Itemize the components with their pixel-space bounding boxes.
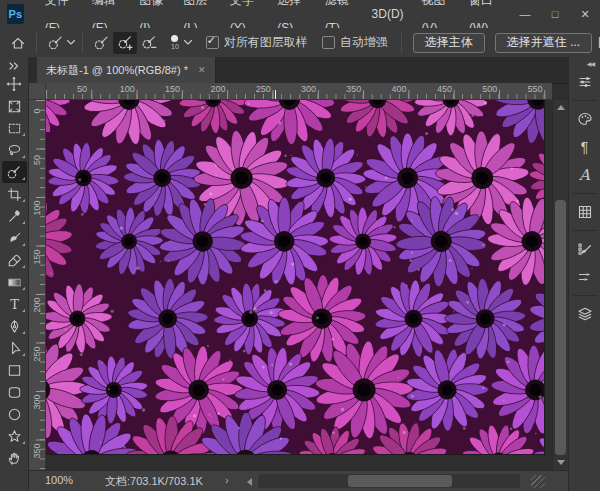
document-tab-title: 未标题-1 @ 100%(RGB/8#) *	[46, 63, 188, 78]
chevron-down-icon	[183, 39, 193, 46]
hruler-label: 50	[77, 84, 87, 94]
hruler-label: 350	[346, 84, 361, 94]
brush-settings-panel-button[interactable]	[571, 236, 599, 262]
vertical-scrollbar[interactable]	[552, 100, 568, 470]
auto-enhance-checkbox[interactable]: 自动增强	[322, 34, 388, 51]
eraser-tool[interactable]	[2, 249, 27, 271]
chevron-down-icon	[66, 39, 76, 46]
subtract-from-selection-mode-button[interactable]	[137, 32, 161, 54]
status-bar: 100% 文档:703.1K/703.1K ›	[29, 470, 568, 491]
menu-3d[interactable]: 3D(D)	[363, 0, 413, 28]
frame-tool[interactable]	[2, 95, 27, 117]
direct-selection-tool[interactable]	[2, 337, 27, 359]
move-tool-icon	[6, 76, 22, 92]
new-selection-mode-button[interactable]	[89, 32, 113, 54]
vruler-label: 150	[32, 248, 42, 265]
color-panel-button[interactable]	[571, 106, 599, 132]
canvas-image[interactable]	[46, 100, 545, 455]
paragraph-panel-icon: ¶	[581, 140, 589, 154]
type-tool-icon: T	[7, 297, 22, 312]
paragraph-panel-button[interactable]: ¶	[571, 134, 599, 160]
lasso-tool-icon	[7, 143, 22, 158]
expand-toolbar-icon[interactable]	[2, 59, 27, 73]
hruler-label: 100	[120, 84, 135, 94]
vruler-label: 250	[32, 345, 42, 362]
document-window: 50100150200250300350400450500550 0501001…	[29, 83, 568, 491]
add-to-selection-mode-button[interactable]	[113, 32, 137, 54]
vertical-scroll-thumb[interactable]	[555, 200, 566, 455]
gradient-tool-icon	[7, 275, 22, 290]
brush-tool-icon	[7, 231, 22, 246]
quick-selection-tool[interactable]	[2, 161, 27, 183]
home-button[interactable]	[6, 32, 30, 54]
type-tool[interactable]: T	[2, 293, 27, 315]
document-info: 文档:703.1K/703.1K	[105, 474, 203, 489]
layers-panel-button[interactable]	[571, 301, 599, 327]
properties-panel-button[interactable]	[571, 69, 599, 95]
brush-settings-panel-icon	[577, 241, 593, 257]
selection-brush-minus-icon	[141, 34, 158, 51]
quick-selection-tool-icon	[6, 164, 22, 180]
sample-all-layers-checkbox[interactable]: 对所有图层取样	[206, 34, 308, 51]
brush-tool[interactable]	[2, 227, 27, 249]
ruler-origin-corner[interactable]	[29, 83, 46, 100]
checkbox-label: 对所有图层取样	[224, 34, 308, 51]
brush-size-picker[interactable]: 10	[171, 35, 193, 50]
scroll-up-arrow[interactable]	[557, 105, 565, 110]
dock-separator	[573, 100, 597, 101]
hruler-label: 200	[210, 84, 225, 94]
horizontal-scroll-thumb[interactable]	[348, 475, 452, 487]
hruler-label: 550	[527, 84, 542, 94]
brushes-panel-button[interactable]	[571, 264, 599, 290]
vruler-label: 200	[32, 297, 42, 314]
vruler-label: 350	[32, 442, 42, 459]
home-icon	[10, 35, 26, 51]
lasso-tool[interactable]	[2, 139, 27, 161]
tab-close-icon[interactable]: ✕	[198, 65, 206, 75]
glyphs-panel-button[interactable]: A	[571, 162, 599, 188]
ellipse-tool[interactable]	[2, 403, 27, 425]
move-tool[interactable]	[2, 73, 27, 95]
zoom-level-field[interactable]: 100%	[45, 474, 73, 486]
hand-tool[interactable]	[2, 447, 27, 469]
maximize-button[interactable]: □	[540, 0, 570, 28]
resize-grip[interactable]	[531, 475, 545, 488]
minimize-button[interactable]: —	[510, 0, 540, 28]
separator	[401, 33, 402, 53]
pen-tool[interactable]	[2, 315, 27, 337]
marquee-tool[interactable]	[2, 117, 27, 139]
checkbox-box	[206, 36, 219, 49]
gradient-tool[interactable]	[2, 271, 27, 293]
collapse-panels-icon[interactable]: ◀◀	[569, 57, 600, 68]
vruler-label: 300	[32, 394, 42, 411]
hruler-label: 150	[165, 84, 180, 94]
close-button[interactable]: ✕	[570, 0, 600, 28]
direct-selection-tool-icon	[7, 341, 22, 356]
select-subject-button[interactable]: 选择主体	[413, 33, 485, 53]
rounded-rectangle-tool[interactable]	[2, 381, 27, 403]
rectangle-tool[interactable]	[2, 359, 27, 381]
status-menu-arrow[interactable]: ›	[225, 474, 229, 486]
crop-tool-icon	[7, 187, 22, 202]
brush-preview-dot	[171, 35, 178, 42]
scroll-down-arrow[interactable]	[557, 460, 565, 465]
horizontal-scrollbar[interactable]	[258, 474, 520, 488]
custom-shape-tool[interactable]	[2, 425, 27, 447]
hruler-label: 400	[392, 84, 407, 94]
crop-tool[interactable]	[2, 183, 27, 205]
eraser-tool-icon	[7, 253, 22, 268]
tool-preset-picker[interactable]	[47, 34, 76, 51]
horizontal-ruler: 50100150200250300350400450500550	[46, 83, 552, 100]
eyedropper-tool[interactable]	[2, 205, 27, 227]
photoshop-logo: Ps	[7, 4, 24, 24]
hruler-label: 500	[482, 84, 497, 94]
vertical-ruler: 050100150200250300350	[29, 100, 46, 470]
vruler-label: 50	[32, 151, 42, 168]
select-and-mask-button[interactable]: 选择并遮住 ...	[495, 33, 592, 53]
selection-brush-icon	[93, 34, 110, 51]
document-tab[interactable]: 未标题-1 @ 100%(RGB/8#) * ✕	[37, 57, 216, 83]
eyedropper-tool-icon	[7, 209, 22, 224]
swatches-panel-button[interactable]	[571, 199, 599, 225]
color-panel-icon	[577, 111, 593, 127]
scroll-left-arrow[interactable]	[247, 478, 252, 486]
